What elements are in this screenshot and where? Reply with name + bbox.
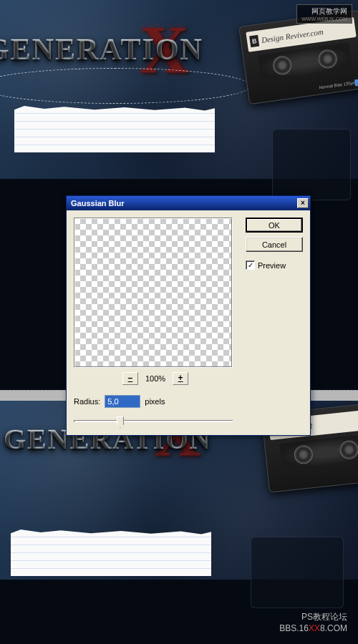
gaussian-blur-dialog: Gaussian Blur × – 100% + Radius: pixels <box>66 195 311 436</box>
reel-right <box>317 49 338 69</box>
paper-scrap <box>11 530 211 576</box>
preview-border <box>74 218 232 367</box>
preview-checkbox[interactable]: ✓ <box>246 260 255 270</box>
zoom-level: 100% <box>145 374 165 383</box>
preview-area[interactable] <box>74 218 233 368</box>
watermark-line2: WWW.WEBJX.COM <box>301 16 347 21</box>
preview-column: – 100% + Radius: pixels <box>74 218 237 428</box>
preview-checkbox-label: Preview <box>258 261 286 270</box>
cancel-button[interactable]: Cancel <box>246 237 303 252</box>
reel-right <box>339 439 358 460</box>
cassette-tape: B Design Reviver.com Normal Bias 120µsEQ… <box>238 10 358 105</box>
dialog-title: Gaussian Blur <box>71 199 125 208</box>
slider-rail <box>74 420 233 422</box>
radius-slider[interactable] <box>74 415 233 428</box>
preview-checkbox-row[interactable]: ✓ Preview <box>246 260 303 270</box>
slider-thumb[interactable] <box>117 416 124 428</box>
cassette-side: B <box>249 35 259 48</box>
banner-title: GENERATION <box>0 32 203 67</box>
ok-button[interactable]: OK <box>246 218 303 233</box>
radius-label: Radius: <box>74 397 100 406</box>
paper-scrap <box>14 106 215 152</box>
radius-row: Radius: pixels <box>74 395 237 408</box>
dialog-body: – 100% + Radius: pixels OK Cancel ✓ Prev… <box>67 210 310 435</box>
reel-left <box>272 55 293 76</box>
cassette-spec: Normal Bias 120µsEQ <box>319 79 358 89</box>
zoom-controls: – 100% + <box>74 372 237 385</box>
watermark-line1: 网页教学网 <box>301 6 347 16</box>
side-panel <box>251 537 344 608</box>
close-button[interactable]: × <box>297 198 309 208</box>
reel-left <box>294 444 314 465</box>
footer-line1: PS教程论坛 <box>279 611 347 623</box>
footer-line2: BBS.16XX8.COM <box>279 623 347 633</box>
radius-input[interactable] <box>105 395 140 408</box>
footer-watermark: PS教程论坛 BBS.16XX8.COM <box>279 611 347 633</box>
cassette-badge: A/60 <box>354 78 358 87</box>
button-column: OK Cancel ✓ Preview <box>246 218 303 428</box>
watermark: 网页教学网 WWW.WEBJX.COM <box>296 4 352 24</box>
side-panel <box>272 129 351 200</box>
zoom-out-button[interactable]: – <box>122 372 138 385</box>
cassette-title: Design Reviver.com <box>261 27 324 44</box>
cassette-window <box>279 434 358 470</box>
radius-unit: pixels <box>145 397 165 406</box>
dialog-titlebar[interactable]: Gaussian Blur × <box>67 196 310 210</box>
zoom-in-button[interactable]: + <box>173 372 188 385</box>
